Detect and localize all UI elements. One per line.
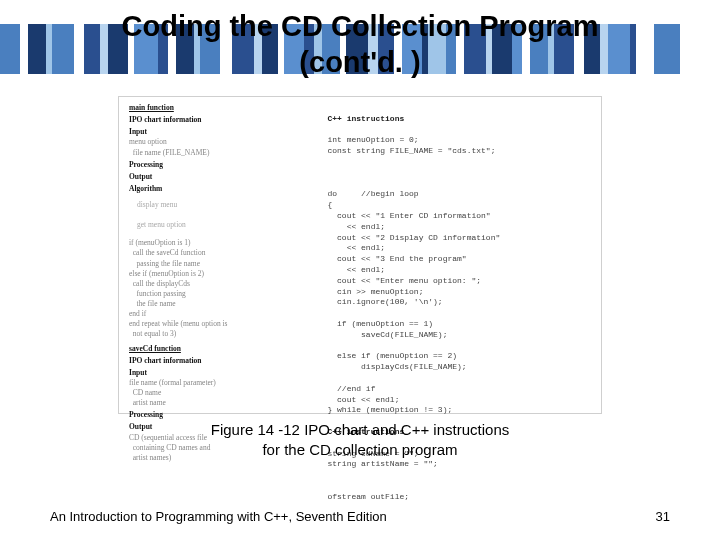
- ipo-main-heading: main function: [129, 103, 313, 113]
- code-column: C++ instructions int menuOption = 0; con…: [321, 97, 601, 413]
- ipo-input-items2: file name (formal parameter) CD name art…: [129, 378, 313, 408]
- footer-book-title: An Introduction to Programming with C++,…: [50, 509, 387, 524]
- ipo-output-label: Output: [129, 172, 313, 182]
- ipo-input-items: menu option file name (FILE_NAME): [129, 137, 313, 157]
- ipo-chart-info: IPO chart information: [129, 115, 313, 125]
- code-decl: int menuOption = 0; const string FILE_NA…: [327, 135, 495, 155]
- ipo-savecd-heading: saveCd function: [129, 344, 313, 354]
- ipo-input-label: Input: [129, 127, 313, 137]
- slide-title-wrap: Coding the CD Collection Program (cont'd…: [0, 8, 720, 81]
- figure-caption: Figure 14 -12 IPO chart and C++ instruct…: [0, 420, 720, 459]
- ipo-algo-faint1: display menu: [137, 200, 313, 210]
- code-loop: do //begin loop { cout << "1 Enter CD in…: [327, 189, 500, 414]
- ipo-algorithm-label: Algorithm: [129, 184, 313, 194]
- ipo-chart-info2: IPO chart information: [129, 356, 313, 366]
- slide-title-line1: Coding the CD Collection Program: [0, 8, 720, 44]
- code-out: ofstream outFile;: [327, 492, 409, 501]
- figure-ipo-chart: main function IPO chart information Inpu…: [118, 96, 602, 414]
- ipo-input-label2: Input: [129, 368, 313, 378]
- ipo-column: main function IPO chart information Inpu…: [119, 97, 321, 413]
- page-number: 31: [656, 509, 670, 524]
- ipo-algo-faint2: get menu option: [137, 220, 313, 230]
- slide-title-line2: (cont'd. ): [0, 44, 720, 80]
- ipo-processing-label: Processing: [129, 160, 313, 170]
- caption-line2: for the CD collection program: [0, 440, 720, 460]
- ipo-processing-label2: Processing: [129, 410, 313, 420]
- ipo-algo-block: if (menuOption is 1) call the saveCd fun…: [129, 238, 313, 339]
- code-heading: C++ instructions: [327, 114, 404, 123]
- caption-line1: Figure 14 -12 IPO chart and C++ instruct…: [0, 420, 720, 440]
